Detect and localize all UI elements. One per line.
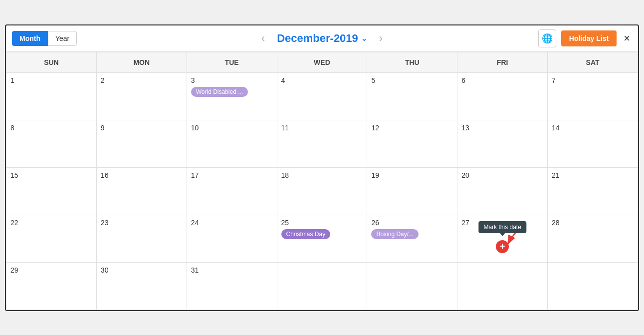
day-cell-15[interactable]: 15 [6, 167, 97, 215]
day-cell-26[interactable]: 26 Boxing Day/... [367, 215, 457, 262]
day-cell-17[interactable]: 17 [187, 167, 277, 215]
day-cell-2[interactable]: 2 [96, 72, 187, 120]
day-cell-30[interactable]: 30 [96, 262, 187, 310]
next-month-button[interactable]: › [375, 30, 387, 47]
calendar-container: Month Year ‹ December-2019 ⌄ › 🌐 Holiday… [5, 24, 639, 311]
week-row-2: 8 9 10 11 12 13 14 [6, 120, 638, 167]
weekday-tue: TUE [187, 52, 277, 72]
month-title-text: December-2019 [277, 32, 358, 45]
close-button[interactable]: × [622, 32, 632, 45]
weekday-sat: SAT [548, 52, 638, 72]
day-cell-10[interactable]: 10 [187, 120, 277, 167]
day-cell-empty-2 [367, 262, 457, 310]
day-cell-12[interactable]: 12 [367, 120, 457, 167]
day-cell-1[interactable]: 1 [6, 72, 97, 120]
day-cell-31[interactable]: 31 [187, 262, 277, 310]
day-cell-23[interactable]: 23 [96, 215, 187, 262]
day-cell-20[interactable]: 20 [457, 167, 548, 215]
day-cell-6[interactable]: 6 [457, 72, 548, 120]
day-cell-16[interactable]: 16 [96, 167, 187, 215]
month-title[interactable]: December-2019 ⌄ [277, 32, 367, 45]
day-cell-29[interactable]: 29 [6, 262, 97, 310]
day-cell-5[interactable]: 5 [367, 72, 457, 120]
day-cell-25[interactable]: 25 Christmas Day [277, 215, 367, 262]
day-cell-8[interactable]: 8 [6, 120, 97, 167]
weekday-header-row: SUN MON TUE WED THU FRI SAT [6, 52, 638, 72]
nav-center: ‹ December-2019 ⌄ › [257, 30, 387, 47]
globe-icon: 🌐 [542, 33, 553, 44]
event-christmas[interactable]: Christmas Day [281, 227, 363, 241]
day-cell-28[interactable]: 28 [548, 215, 638, 262]
day-cell-empty-1 [277, 262, 367, 310]
event-boxing-day[interactable]: Boxing Day/... [371, 227, 453, 241]
day-cell-27[interactable]: 27 Mark this date + [457, 215, 548, 262]
mark-date-tooltip: Mark this date [478, 221, 526, 233]
day-cell-11[interactable]: 11 [277, 120, 367, 167]
day-cell-24[interactable]: 24 [187, 215, 277, 262]
mark-date-container: Mark this date + [496, 240, 509, 253]
event-world-disabled[interactable]: World Disabled ... [191, 85, 273, 99]
prev-month-button[interactable]: ‹ [257, 30, 269, 47]
weekday-wed: WED [277, 52, 367, 72]
weekday-sun: SUN [6, 52, 97, 72]
day-cell-18[interactable]: 18 [277, 167, 367, 215]
day-cell-3[interactable]: 3 World Disabled ... [187, 72, 277, 120]
day-cell-19[interactable]: 19 [367, 167, 457, 215]
day-cell-empty-4 [548, 262, 638, 310]
chevron-down-icon: ⌄ [361, 34, 367, 42]
week-row-4: 22 23 24 25 Christmas Day 26 Boxing Day/… [6, 215, 638, 262]
day-cell-14[interactable]: 14 [548, 120, 638, 167]
view-toggle: Month Year [12, 31, 77, 46]
year-view-button[interactable]: Year [48, 31, 77, 46]
holiday-list-button[interactable]: Holiday List [561, 30, 617, 46]
calendar-table: SUN MON TUE WED THU FRI SAT 1 2 3 World … [6, 52, 638, 310]
mark-date-button[interactable]: + [496, 240, 509, 253]
header-right: 🌐 Holiday List × [538, 29, 632, 47]
weekday-fri: FRI [457, 52, 548, 72]
calendar-header: Month Year ‹ December-2019 ⌄ › 🌐 Holiday… [6, 25, 638, 52]
week-row-3: 15 16 17 18 19 20 21 [6, 167, 638, 215]
week-row-5: 29 30 31 [6, 262, 638, 310]
weekday-thu: THU [367, 52, 457, 72]
globe-button[interactable]: 🌐 [538, 29, 556, 47]
day-cell-7[interactable]: 7 [548, 72, 638, 120]
month-view-button[interactable]: Month [12, 31, 48, 46]
day-cell-13[interactable]: 13 [457, 120, 548, 167]
weekday-mon: MON [96, 52, 187, 72]
day-cell-9[interactable]: 9 [96, 120, 187, 167]
day-cell-22[interactable]: 22 [6, 215, 97, 262]
day-cell-4[interactable]: 4 [277, 72, 367, 120]
week-row-1: 1 2 3 World Disabled ... 4 5 6 7 [6, 72, 638, 120]
day-cell-empty-3 [457, 262, 548, 310]
day-cell-21[interactable]: 21 [548, 167, 638, 215]
